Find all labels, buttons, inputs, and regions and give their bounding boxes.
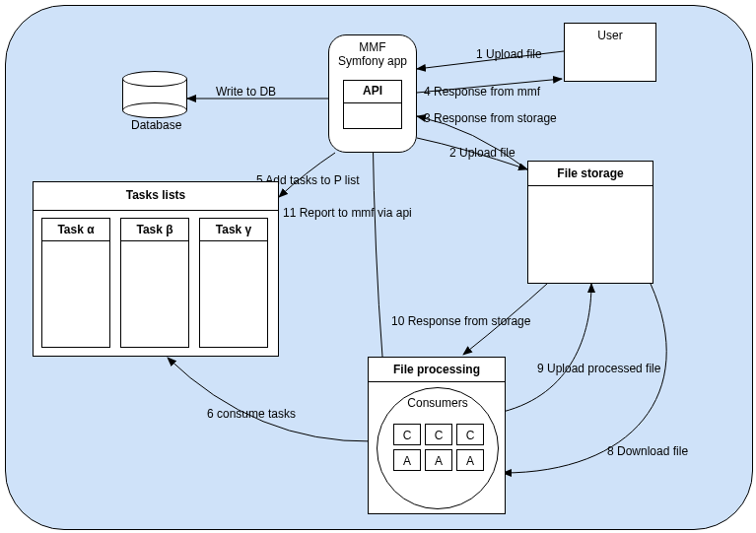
consumer-a-3: A — [456, 449, 484, 471]
consumer-a-1: A — [393, 449, 421, 471]
edge-label-8: 8 Download file — [607, 444, 688, 458]
node-api: API — [343, 80, 402, 129]
task-gamma: Task γ — [199, 218, 268, 348]
edge-label-10: 10 Response from storage — [391, 314, 530, 328]
task-beta-label: Task β — [121, 219, 188, 240]
file-processing-label: File processing — [369, 358, 505, 381]
node-file-processing: File processing Consumers C C C A A A — [368, 357, 506, 514]
node-user: User — [564, 23, 656, 82]
consumers-label: Consumers — [378, 396, 498, 410]
task-alpha: Task α — [41, 218, 110, 348]
tasks-lists-divider — [34, 210, 278, 211]
edge-label-1: 1 Upload file — [476, 47, 542, 61]
consumer-c-3: C — [456, 424, 484, 445]
edge-label-wdb: Write to DB — [216, 85, 276, 99]
api-divider — [344, 102, 401, 103]
consumer-c-1: C — [393, 424, 421, 445]
mmf-line2: Symfony app — [329, 54, 416, 68]
file-processing-divider — [369, 381, 505, 382]
file-storage-divider — [528, 185, 653, 186]
edge-label-3: 3 Response from storage — [424, 111, 557, 125]
task-gamma-label: Task γ — [200, 219, 267, 240]
node-mmf: MMF Symfony app API — [328, 34, 417, 153]
consumers-circle: Consumers C C C A A A — [377, 387, 499, 509]
edge-label-11: 11 Report to mmf via api — [283, 206, 412, 220]
diagram-canvas: 1 Upload file 4 Response from mmf 3 Resp… — [0, 0, 756, 533]
edge-label-4: 4 Response from mmf — [424, 85, 540, 99]
edge-label-2: 2 Upload file — [449, 146, 515, 160]
node-file-storage: File storage — [527, 161, 653, 284]
mmf-line1: MMF — [329, 40, 416, 54]
edge-label-9: 9 Upload processed file — [537, 362, 660, 375]
api-label: API — [344, 81, 401, 100]
task-beta: Task β — [120, 218, 189, 348]
tasks-lists-title: Tasks lists — [34, 182, 278, 208]
file-storage-label: File storage — [528, 162, 653, 185]
task-alpha-label: Task α — [42, 219, 109, 240]
database-label: Database — [131, 118, 181, 132]
consumer-c-2: C — [425, 424, 452, 445]
edge-label-6: 6 consume tasks — [207, 407, 296, 421]
consumer-a-2: A — [425, 449, 452, 471]
node-tasks-lists: Tasks lists Task α Task β Task γ — [33, 181, 279, 357]
user-label: User — [565, 29, 655, 42]
